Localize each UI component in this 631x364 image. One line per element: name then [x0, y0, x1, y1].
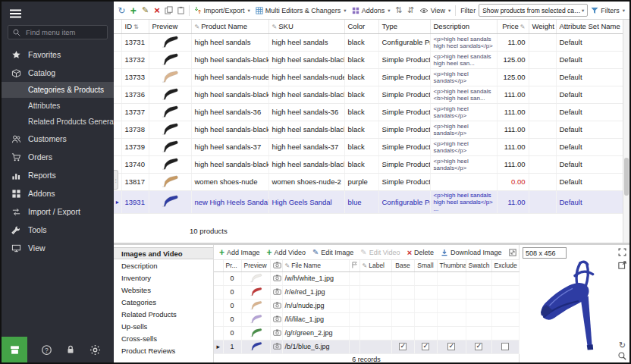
- checkbox[interactable]: [475, 343, 482, 350]
- cell-price[interactable]: 0.00: [497, 173, 529, 190]
- gear-icon[interactable]: [89, 344, 101, 356]
- checkbox[interactable]: [399, 343, 407, 350]
- cell-swatch[interactable]: [466, 326, 491, 340]
- add-image-button[interactable]: +Add Image: [219, 247, 260, 258]
- addons-menu[interactable]: Addons▾: [350, 5, 393, 16]
- image-row[interactable]: 0/w/h/white_1.jpg: [214, 271, 519, 285]
- cell-preview[interactable]: [149, 155, 191, 173]
- cell-swatch[interactable]: [466, 340, 491, 353]
- cell-sku[interactable]: high heel sandals-black-38: [268, 155, 344, 173]
- cell-label[interactable]: [359, 285, 391, 299]
- cell-file-name[interactable]: /r/e/red_1.jpg: [282, 285, 349, 299]
- cell-label[interactable]: [359, 340, 391, 353]
- cell-small[interactable]: [414, 312, 437, 326]
- product-row-13931[interactable]: ▸13931new High Heels SandalsHigh Geels S…: [114, 190, 628, 213]
- column-header-base[interactable]: Base: [391, 260, 414, 271]
- row-expander[interactable]: [214, 299, 223, 312]
- cell-price[interactable]: 111.00: [497, 121, 529, 138]
- row-expander[interactable]: [214, 312, 223, 326]
- cell-file-name[interactable]: /w/h/white_1.jpg: [282, 271, 349, 285]
- column-header-media-type[interactable]: [270, 260, 282, 271]
- cell-exclude[interactable]: [491, 326, 519, 340]
- open-external-icon[interactable]: [617, 260, 627, 270]
- image-row[interactable]: ▸1/b/1/blue_6.jpg: [214, 340, 519, 353]
- tab-description[interactable]: Description: [114, 259, 213, 271]
- cell-price[interactable]: 111.00: [497, 86, 529, 103]
- column-header-small[interactable]: Small: [414, 260, 437, 271]
- sidebar-item-catalog[interactable]: Catalog: [2, 64, 114, 82]
- sort-ascending-button[interactable]: ⇅: [393, 4, 404, 17]
- cell-product-name[interactable]: high heel sandals-37: [191, 138, 268, 155]
- cell-thumbnail[interactable]: [437, 312, 466, 326]
- cell-price[interactable]: 111.00: [497, 138, 529, 155]
- cell-label[interactable]: [359, 299, 391, 312]
- help-icon[interactable]: ?: [41, 344, 52, 356]
- column-header-preview[interactable]: Preview: [149, 20, 191, 33]
- cell-exclude[interactable]: [491, 271, 519, 285]
- tab-inventory[interactable]: Inventory: [114, 271, 213, 284]
- cell-file-name[interactable]: /b/1/blue_6.jpg: [282, 340, 349, 353]
- view-menu[interactable]: View▾: [417, 5, 454, 16]
- download-image-button[interactable]: Download Image: [441, 249, 502, 256]
- column-header-price[interactable]: Price✎: [497, 20, 529, 33]
- cell-preview[interactable]: [149, 86, 191, 103]
- cell-price[interactable]: 125.00: [497, 51, 529, 68]
- sidebar-item-addons[interactable]: Addons: [2, 184, 114, 202]
- fullscreen-icon[interactable]: [617, 247, 627, 257]
- cell-file-name[interactable]: /g/r/green_2.jpg: [282, 326, 349, 340]
- edit-image-button[interactable]: ✎Edit Image: [312, 248, 353, 256]
- cell-preview[interactable]: [149, 138, 191, 155]
- cell-image-preview[interactable]: [241, 312, 270, 326]
- product-row-13740[interactable]: 13740high heel sandals-black-38high heel…: [114, 155, 628, 173]
- cell-small[interactable]: [414, 285, 437, 299]
- sidebar-item-related-products-generator[interactable]: Related Products Generator: [2, 114, 114, 130]
- cell-preview[interactable]: [149, 68, 191, 86]
- copy-button[interactable]: [163, 4, 174, 17]
- cell-price[interactable]: 111.00: [497, 155, 529, 173]
- cell-image-preview[interactable]: [241, 285, 270, 299]
- cell-thumbnail[interactable]: [437, 340, 466, 353]
- column-header-id[interactable]: ID⇅: [121, 20, 149, 33]
- cell-label[interactable]: [359, 326, 391, 340]
- cell-product-name[interactable]: women shoes-nude: [191, 173, 268, 190]
- paste-button[interactable]: [175, 4, 187, 17]
- row-expander[interactable]: [214, 326, 223, 340]
- column-header-exclude[interactable]: Exclude: [491, 260, 519, 271]
- product-row-13737[interactable]: 13737high heel sandals-36high heel sanda…: [114, 103, 628, 121]
- cell-base[interactable]: [391, 285, 414, 299]
- checkbox[interactable]: [422, 343, 429, 350]
- row-expander[interactable]: [214, 285, 223, 299]
- panel-splitter-handle[interactable]: ⋮: [114, 170, 118, 190]
- cell-sku[interactable]: women shoes-nude-2: [268, 173, 344, 190]
- cell-base[interactable]: [391, 299, 414, 312]
- sidebar-item-categories-products[interactable]: Categories & Products: [2, 82, 114, 98]
- cell-sku[interactable]: high heel sandals-black-36: [268, 86, 344, 103]
- cell-price[interactable]: 11.00: [497, 190, 529, 213]
- scrollbar-thumb[interactable]: [624, 158, 629, 196]
- cell-base[interactable]: [391, 312, 414, 326]
- cell-exclude[interactable]: [491, 312, 519, 326]
- cell-swatch[interactable]: [466, 312, 491, 326]
- cell-thumbnail[interactable]: [437, 271, 466, 285]
- sidebar-item-view[interactable]: View: [2, 239, 114, 257]
- hamburger-menu-icon[interactable]: [10, 9, 21, 18]
- cell-base[interactable]: [391, 326, 414, 340]
- column-header-label[interactable]: ✎Label: [359, 260, 391, 271]
- column-header-description[interactable]: Description: [430, 20, 497, 33]
- cell-sku[interactable]: high heel sandals: [268, 33, 344, 51]
- cell-preview[interactable]: [149, 33, 191, 51]
- checkbox[interactable]: [447, 343, 455, 350]
- zoom-icon[interactable]: [617, 351, 627, 361]
- category-filter-select[interactable]: Show products from selected categories ▾: [479, 4, 588, 17]
- store-icon[interactable]: [2, 337, 27, 362]
- tab-product-reviews[interactable]: Product Reviews: [114, 344, 213, 356]
- column-header-weight[interactable]: Weight: [529, 20, 556, 33]
- cell-sku[interactable]: high heel sandals-black-37: [268, 121, 344, 138]
- cell-preview[interactable]: [149, 173, 191, 190]
- column-header-priority[interactable]: Pr...: [223, 260, 241, 271]
- column-header-attribute-set[interactable]: Attribute Set Name: [556, 20, 628, 33]
- cell-preview[interactable]: [149, 103, 191, 121]
- sidebar-item-customers[interactable]: Customers: [2, 130, 114, 148]
- column-header-swatch[interactable]: Swatch: [466, 260, 491, 271]
- cell-sku[interactable]: high heel sandals-37: [268, 138, 344, 155]
